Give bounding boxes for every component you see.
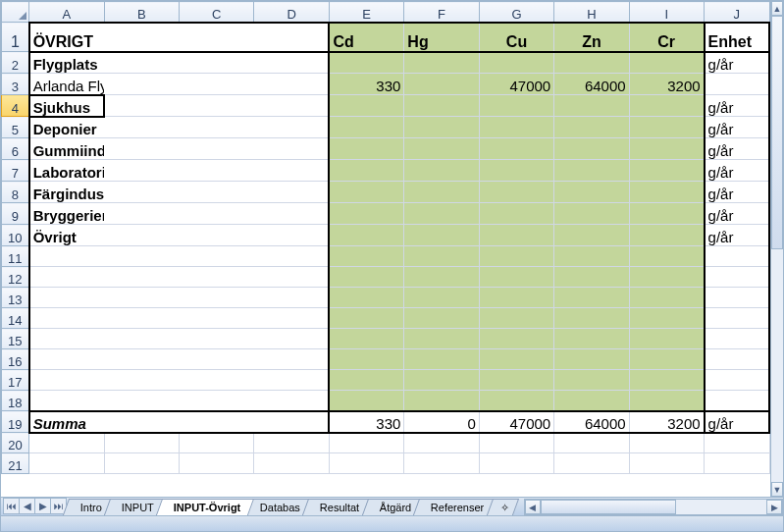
cell-C1[interactable] [180,23,254,52]
cell-J1[interactable]: Enhet [705,23,769,52]
cell-G18[interactable] [479,391,553,411]
cell-C7[interactable] [180,160,254,182]
cell-G8[interactable] [479,182,553,203]
cell-C18[interactable] [180,391,254,411]
cell-C13[interactable] [180,288,254,308]
cell-H5[interactable] [554,117,629,138]
cell-E4[interactable] [329,95,403,117]
cell-G2[interactable] [479,52,553,74]
cell-G6[interactable] [479,138,553,160]
cell-F7[interactable] [404,160,479,182]
cell-G12[interactable] [479,267,553,288]
cell-A4[interactable]: Sjukhus [29,95,104,117]
cell-G13[interactable] [479,288,553,308]
cell-A20[interactable] [29,433,104,453]
cell-E19[interactable]: 330 [329,411,403,433]
cell-J14[interactable] [705,308,769,329]
rowhdr-15[interactable]: 15 [2,329,29,349]
tab-nav-next[interactable]: ▶ [34,498,51,514]
cell-B17[interactable] [104,370,179,391]
cell-E2[interactable] [329,52,403,74]
colhdr-H[interactable]: H [554,2,629,23]
cell-H7[interactable] [554,160,629,182]
cell-B6[interactable] [104,138,179,160]
cell-A5[interactable]: Deponier [29,117,104,138]
rowhdr-21[interactable]: 21 [2,453,29,474]
cell-C5[interactable] [180,117,254,138]
cell-I6[interactable] [629,138,704,160]
rowhdr-10[interactable]: 10 [2,225,29,246]
colhdr-C[interactable]: C [180,2,254,23]
cell-B5[interactable] [104,117,179,138]
cell-C6[interactable] [180,138,254,160]
cell-I2[interactable] [629,52,704,74]
cell-J21[interactable] [705,453,769,474]
cell-G15[interactable] [479,329,553,349]
cell-D10[interactable] [254,225,329,246]
cell-A18[interactable] [29,391,104,411]
vertical-scrollbar[interactable]: ▲ ▼ [770,1,783,497]
cell-I16[interactable] [629,349,704,370]
cell-H3[interactable]: 64000 [554,74,629,95]
cell-A11[interactable] [29,246,104,267]
cell-H11[interactable] [554,246,629,267]
cell-J8[interactable]: g/år [705,182,769,203]
cell-D1[interactable] [254,23,329,52]
cell-B4[interactable] [104,95,179,117]
cell-C11[interactable] [180,246,254,267]
cell-F11[interactable] [404,246,479,267]
cell-J3[interactable] [705,74,769,95]
cell-H16[interactable] [554,349,629,370]
hscroll-thumb[interactable] [541,500,676,514]
cell-C14[interactable] [180,308,254,329]
rowhdr-6[interactable]: 6 [2,138,29,160]
cell-B16[interactable] [104,349,179,370]
cell-J17[interactable] [705,370,769,391]
cell-H12[interactable] [554,267,629,288]
cell-G19[interactable]: 47000 [479,411,553,433]
vscroll-thumb[interactable] [771,16,783,249]
cell-E18[interactable] [329,391,403,411]
cell-A9[interactable]: Bryggerier/Läskedryckstillverkning [29,203,104,225]
cell-I9[interactable] [629,203,704,225]
select-all-corner[interactable] [2,2,29,23]
cell-C15[interactable] [180,329,254,349]
cell-F18[interactable] [404,391,479,411]
cell-J20[interactable] [705,433,769,453]
sheet-tab-referenser[interactable]: Referenser [413,499,498,515]
cell-H19[interactable]: 64000 [554,411,629,433]
cell-H21[interactable] [554,453,629,474]
cell-E10[interactable] [329,225,403,246]
cell-F17[interactable] [404,370,479,391]
cell-A13[interactable] [29,288,104,308]
cell-A7[interactable]: Laboratorium [29,160,104,182]
cell-F16[interactable] [404,349,479,370]
cell-E17[interactable] [329,370,403,391]
cell-I10[interactable] [629,225,704,246]
rowhdr-16[interactable]: 16 [2,349,29,370]
cell-B21[interactable] [104,453,179,474]
cell-D4[interactable] [254,95,329,117]
new-sheet-button[interactable]: ✧ [487,499,519,515]
rowhdr-4[interactable]: 4 [2,95,29,117]
cell-B7[interactable] [104,160,179,182]
rowhdr-7[interactable]: 7 [2,160,29,182]
cell-I7[interactable] [629,160,704,182]
cell-G5[interactable] [479,117,553,138]
cell-H14[interactable] [554,308,629,329]
cell-B11[interactable] [104,246,179,267]
cell-B10[interactable] [104,225,179,246]
cell-E7[interactable] [329,160,403,182]
rowhdr-5[interactable]: 5 [2,117,29,138]
cell-H1[interactable]: Zn [554,23,629,52]
cell-F15[interactable] [404,329,479,349]
cell-E14[interactable] [329,308,403,329]
cell-G16[interactable] [479,349,553,370]
cell-F4[interactable] [404,95,479,117]
cell-C17[interactable] [180,370,254,391]
cell-D20[interactable] [254,433,329,453]
cell-H2[interactable] [554,52,629,74]
cell-C8[interactable] [180,182,254,203]
cell-I13[interactable] [629,288,704,308]
cell-B18[interactable] [104,391,179,411]
